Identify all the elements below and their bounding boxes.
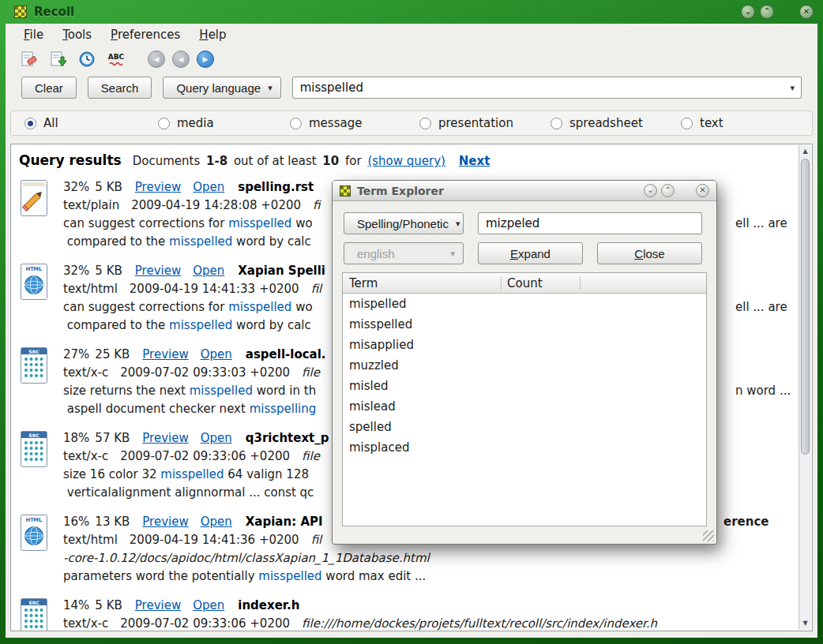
term-cell: misspelled (349, 317, 412, 331)
result-meta: 2009-04-19 14:28:08 +0200 (131, 198, 301, 212)
open-link[interactable]: Open (193, 598, 224, 612)
term-row[interactable]: muzzled (343, 355, 706, 376)
term-input[interactable] (478, 212, 702, 234)
term-explorer-abc-icon[interactable]: ABC (106, 49, 126, 69)
source-file-icon: SRC (19, 346, 55, 418)
abstract-text: wo (291, 216, 312, 230)
chevron-down-icon[interactable] (790, 83, 795, 93)
menu-help[interactable]: Help (192, 26, 233, 43)
search-term-highlight: misspelling (250, 402, 317, 416)
term-row[interactable]: misled (343, 376, 706, 396)
preview-link[interactable]: Preview (135, 180, 181, 194)
search-term-highlight: misspelled (190, 384, 253, 398)
term-row[interactable]: misapplied (343, 335, 706, 355)
svg-text:SRC: SRC (28, 349, 39, 354)
open-link[interactable]: Open (193, 180, 224, 194)
previous-page-icon[interactable] (172, 51, 190, 68)
expansion-mode-dropdown[interactable]: Spelling/Phonetic (344, 212, 464, 234)
open-link[interactable]: Open (201, 515, 232, 529)
menu-preferences[interactable]: Preferences (103, 26, 187, 43)
abstract-text: can suggest corrections for (63, 300, 228, 314)
expand-button[interactable]: Expand (478, 242, 583, 264)
menu-tools[interactable]: Tools (55, 26, 99, 43)
close-icon[interactable] (799, 5, 814, 19)
column-header-term[interactable]: Term (343, 276, 501, 290)
relevance-percent: 27% (63, 347, 89, 361)
clear-search-icon[interactable] (18, 49, 39, 69)
term-row[interactable]: misplaced (343, 437, 706, 458)
filter-label: spreadsheet (569, 116, 643, 130)
filter-spreadsheet[interactable]: spreadsheet (551, 116, 643, 130)
file-size: 5 KB (95, 264, 122, 278)
search-input[interactable] (292, 77, 802, 99)
file-path: fil (311, 282, 322, 296)
search-button[interactable]: Search (88, 77, 152, 99)
menu-file[interactable]: File (17, 26, 51, 43)
result-range: 1-8 (206, 154, 227, 168)
filter-text[interactable]: text (681, 116, 723, 130)
search-term-highlight: misspelled (228, 216, 291, 230)
minimize-icon[interactable] (741, 5, 755, 19)
column-header-count[interactable]: Count (501, 276, 580, 290)
filter-presentation[interactable]: presentation (419, 116, 513, 130)
filter-media[interactable]: media (158, 116, 214, 130)
recoll-app-icon (340, 185, 351, 197)
term-row[interactable]: spelled (343, 417, 706, 437)
result-meta: text/html (63, 282, 118, 296)
search-input-field[interactable] (293, 77, 801, 98)
save-results-icon[interactable] (47, 49, 68, 69)
term-row[interactable]: mispelled (343, 294, 706, 314)
close-button[interactable]: Close (597, 242, 702, 264)
open-link[interactable]: Open (201, 347, 232, 361)
filter-message[interactable]: message (290, 116, 362, 130)
term-input-field[interactable] (479, 213, 701, 234)
result-text-line: text/x-c2009-07-02 09:33:06 +0200file://… (63, 615, 788, 631)
dialog-titlebar: Term Explorer (333, 181, 716, 201)
file-path: file (302, 365, 320, 380)
close-icon[interactable] (696, 184, 709, 197)
preview-link[interactable]: Preview (135, 264, 181, 278)
result-title: q3richtext_p (246, 431, 329, 445)
abstract-text: verticalalignment alignnormal ... const … (63, 485, 314, 500)
history-clock-icon[interactable] (77, 49, 97, 69)
result-meta: 2009-04-19 14:41:33 +0200 (130, 282, 299, 296)
preview-link[interactable]: Preview (142, 515, 188, 529)
maximize-icon[interactable] (661, 184, 675, 197)
scroll-down-icon[interactable] (799, 618, 811, 629)
filter-label: message (309, 116, 362, 130)
term-cell: misled (349, 379, 389, 393)
query-language-dropdown[interactable]: Query language (163, 77, 280, 99)
results-scrollbar[interactable] (799, 145, 811, 630)
scroll-up-icon[interactable] (799, 146, 811, 157)
clear-button[interactable]: Clear (21, 77, 77, 99)
abstract-text: aspell document checker next (63, 402, 250, 416)
maximize-icon[interactable] (760, 5, 774, 19)
term-table-header: Term Count (343, 273, 706, 294)
search-term-highlight: misspelled (169, 234, 232, 249)
open-link[interactable]: Open (193, 264, 224, 278)
scrollbar-thumb[interactable] (801, 159, 810, 455)
preview-link[interactable]: Preview (142, 347, 188, 361)
first-page-icon[interactable] (148, 51, 165, 68)
next-results-link[interactable]: Next (459, 154, 490, 168)
resize-grip-icon[interactable] (703, 530, 714, 541)
result-title: Xapian: API (246, 515, 323, 529)
filter-all[interactable]: All (24, 116, 58, 130)
recoll-app-icon (14, 6, 27, 18)
term-row[interactable]: misspelled (343, 314, 706, 335)
header-divider (501, 276, 502, 290)
term-row[interactable]: mislead (343, 396, 706, 417)
result-meta: text/x-c (63, 449, 108, 463)
minimize-icon[interactable] (644, 184, 657, 197)
filter-label: All (43, 116, 58, 130)
preview-link[interactable]: Preview (135, 598, 181, 612)
toolbar: ABC (6, 46, 817, 73)
preview-link[interactable]: Preview (142, 431, 188, 445)
open-link[interactable]: Open (201, 431, 232, 445)
relevance-percent: 14% (63, 598, 89, 612)
radio-icon (419, 118, 431, 129)
show-query-link[interactable]: (show query) (367, 154, 445, 168)
next-page-icon[interactable] (197, 51, 214, 68)
window-title: Recoll (34, 5, 74, 19)
expansion-mode-value: Spelling/Phonetic (357, 217, 449, 230)
